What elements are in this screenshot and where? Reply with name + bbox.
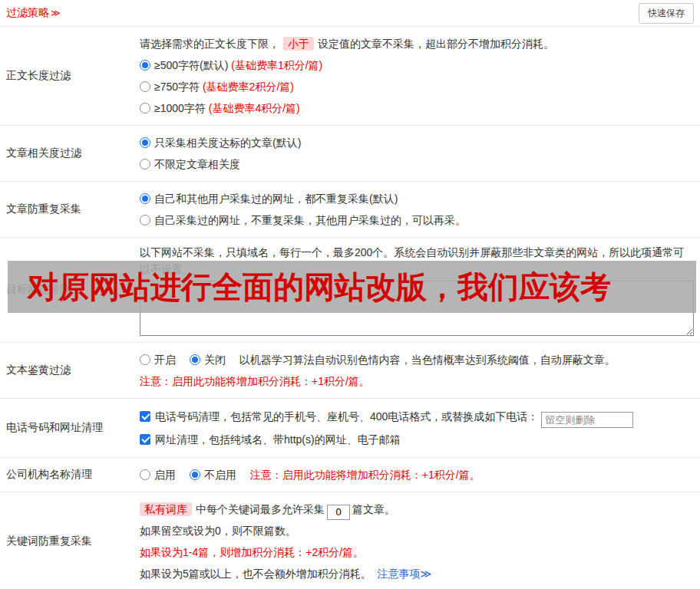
row-dedupe-collection: 文章防重复采集 自己和其他用户采集过的网址，都不重复采集(默认) 自己采集过的网… bbox=[0, 182, 700, 238]
radio-icon[interactable] bbox=[140, 60, 150, 71]
radio-option-500[interactable]: ≥500字符(默认) (基础费率1积分/篇) bbox=[140, 54, 694, 76]
radio-icon[interactable] bbox=[140, 215, 150, 225]
radio-icon[interactable] bbox=[140, 159, 150, 169]
radio-icon[interactable] bbox=[140, 193, 150, 204]
row-label: 目标网站排除 bbox=[0, 238, 130, 342]
porn-filter-desc: 以机器学习算法自动识别色情内容，当色情概率达到系统阈值，自动屏蔽文章。 bbox=[239, 354, 616, 366]
replacement-phone-input[interactable] bbox=[541, 412, 633, 428]
private-lexicon-tag: 私有词库 bbox=[140, 502, 192, 516]
excluded-sites-textarea[interactable] bbox=[140, 281, 694, 336]
keyword-max-count-input[interactable] bbox=[327, 505, 350, 520]
notice-link[interactable]: 注意事项≫ bbox=[378, 568, 432, 580]
phone-cleanup-option[interactable]: 电话号码清理，包括常见的手机号、座机号、400电话格式，或替换成如下电话： bbox=[140, 405, 694, 428]
row-company-name-cleanup: 公司机构名称清理 启用 不启用 注意：启用此功能将增加积分消耗：+1积分/篇。 bbox=[0, 458, 700, 492]
radio-icon[interactable] bbox=[190, 469, 200, 480]
radio-icon[interactable] bbox=[190, 354, 200, 365]
radio-icon[interactable] bbox=[140, 469, 150, 480]
row-phone-url-cleanup: 电话号码和网址清理 电话号码清理，包括常见的手机号、座机号、400电话格式，或替… bbox=[0, 399, 700, 458]
radio-option-dedupe-self[interactable]: 自己采集过的网址，不重复采集，其他用户采集过的，可以再采。 bbox=[140, 209, 694, 231]
radio-option-company-on[interactable]: 启用 bbox=[140, 469, 176, 481]
radio-option-porn-on[interactable]: 开启 bbox=[140, 354, 176, 366]
radio-option-1000[interactable]: ≥1000字符 (基础费率4积分/篇) bbox=[140, 97, 694, 119]
checkbox-icon[interactable] bbox=[140, 434, 150, 445]
keyword-note-5plus: 如果设为5篇或以上，也不会额外增加积分消耗。 bbox=[140, 568, 371, 580]
row-porn-filter: 文本鉴黄过滤 开启 关闭 以机器学习算法自动识别色情内容，当色情概率达到系统阈值… bbox=[0, 343, 700, 399]
row-label: 公司机构名称清理 bbox=[0, 458, 130, 492]
row-label: 文本鉴黄过滤 bbox=[0, 343, 130, 398]
row-content-length-filter: 正文长度过滤 请选择需求的正文长度下限，小于设定值的文章不采集，超出部分不增加积… bbox=[0, 27, 700, 126]
keyword-note-zero: 如果留空或设为0，则不限篇数。 bbox=[140, 520, 694, 541]
row-label: 文章防重复采集 bbox=[0, 182, 130, 237]
radio-option-no-limit[interactable]: 不限定文章相关度 bbox=[140, 153, 694, 175]
quick-save-button[interactable]: 快速保存 bbox=[639, 3, 694, 24]
target-sites-desc: 以下网站不采集，只填域名，每行一个，最多200个。系统会自动识别并屏蔽那些非文章… bbox=[140, 244, 694, 278]
row-keyword-dedupe: 关键词防重复采集 私有词库中每个关键词最多允许采集篇文章。 如果留空或设为0，则… bbox=[0, 492, 700, 589]
radio-icon[interactable] bbox=[140, 137, 150, 148]
radio-icon[interactable] bbox=[140, 81, 150, 92]
keyword-note-1-4: 如果设为1-4篇，则增加积分消耗：+2积分/篇。 bbox=[140, 541, 694, 563]
radio-option-company-off[interactable]: 不启用 bbox=[190, 469, 236, 481]
collapse-chevrons-icon[interactable]: ≫ bbox=[51, 8, 61, 18]
row-relevance-filter: 文章相关度过滤 只采集相关度达标的文章(默认) 不限定文章相关度 bbox=[0, 126, 700, 182]
radio-option-750[interactable]: ≥750字符 (基础费率2积分/篇) bbox=[140, 76, 694, 97]
radio-option-porn-off[interactable]: 关闭 bbox=[190, 354, 226, 366]
row-label: 关键词防重复采集 bbox=[0, 492, 130, 589]
content-length-desc: 请选择需求的正文长度下限，小于设定值的文章不采集，超出部分不增加积分消耗。 bbox=[140, 33, 694, 54]
topbar: 过滤策略≫ 快速保存 bbox=[0, 0, 700, 27]
radio-icon[interactable] bbox=[140, 103, 150, 114]
less-than-tag: 小于 bbox=[283, 37, 314, 51]
company-cleanup-note: 注意：启用此功能将增加积分消耗：+1积分/篇。 bbox=[250, 469, 480, 481]
radio-option-relevant-only[interactable]: 只采集相关度达标的文章(默认) bbox=[140, 132, 694, 153]
radio-option-dedupe-all[interactable]: 自己和其他用户采集过的网址，都不重复采集(默认) bbox=[140, 188, 694, 209]
row-target-site-exclusion: 目标网站排除 以下网站不采集，只填域名，每行一个，最多200个。系统会自动识别并… bbox=[0, 238, 700, 343]
radio-icon[interactable] bbox=[140, 354, 150, 365]
row-label: 正文长度过滤 bbox=[0, 27, 130, 125]
checkbox-icon[interactable] bbox=[140, 411, 150, 422]
url-cleanup-option[interactable]: 网址清理，包括纯域名、带http(s)的网址、电子邮箱 bbox=[140, 428, 694, 451]
row-label: 文章相关度过滤 bbox=[0, 126, 130, 181]
row-label: 电话号码和网址清理 bbox=[0, 399, 130, 457]
porn-filter-note: 注意：启用此功能将增加积分消耗：+1积分/篇。 bbox=[140, 370, 694, 392]
page-title[interactable]: 过滤策略≫ bbox=[6, 6, 61, 20]
filter-strategy-page: 过滤策略≫ 快速保存 正文长度过滤 请选择需求的正文长度下限，小于设定值的文章不… bbox=[0, 0, 700, 589]
